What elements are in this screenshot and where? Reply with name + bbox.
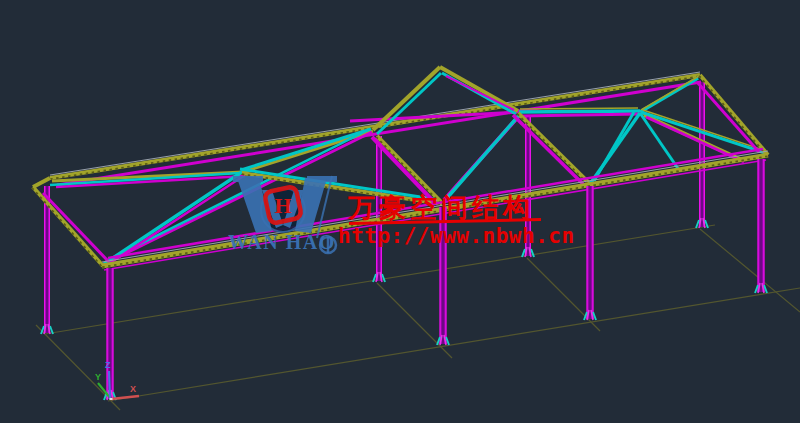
truss-members <box>32 67 768 270</box>
ucs-icon: XYZ <box>95 360 139 399</box>
cad-viewport[interactable]: XYZ H WAN HAO 万豪空间结构 http://www.nbwh.cn <box>0 0 800 423</box>
model-canvas[interactable]: XYZ <box>0 0 800 423</box>
ground-grid-lines <box>36 225 800 410</box>
svg-text:Z: Z <box>105 360 111 370</box>
svg-text:X: X <box>130 384 136 394</box>
svg-text:Y: Y <box>95 372 101 382</box>
